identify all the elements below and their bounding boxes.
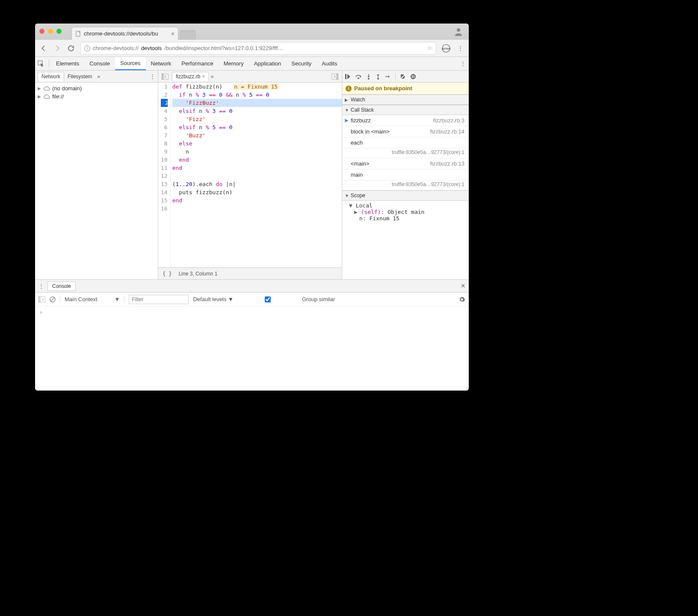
navigator-tabs: NetworkFilesystem » ⋮ bbox=[35, 71, 158, 83]
clear-console-icon[interactable] bbox=[50, 296, 56, 302]
debugger-toolbar bbox=[342, 71, 469, 83]
stack-frame[interactable]: main bbox=[342, 169, 469, 181]
console-filter-input[interactable] bbox=[129, 295, 189, 304]
editor-tab-bar: fizzbuzz.rb × » bbox=[158, 71, 342, 83]
stack-frame[interactable]: each bbox=[342, 137, 469, 148]
console-drawer: ⋮ Console × Main Context▼ Default levels… bbox=[35, 279, 469, 391]
devtools-tab-application[interactable]: Application bbox=[249, 57, 287, 70]
devtools-tab-network[interactable]: Network bbox=[146, 57, 177, 70]
bookmark-icon[interactable]: ☆ bbox=[427, 45, 432, 51]
code-area[interactable]: 12345678910111213141516 def fizzbuzz(n) … bbox=[158, 83, 342, 267]
tab-title: chrome-devtools://devtools/bu bbox=[84, 30, 169, 37]
drawer-menu-icon[interactable]: ⋮ bbox=[38, 283, 44, 289]
drawer-close-icon[interactable]: × bbox=[461, 281, 465, 290]
profile-button[interactable] bbox=[453, 27, 464, 37]
stack-frame-location: truffle:8350e5a…92773/(core):1 bbox=[342, 148, 469, 158]
svg-point-13 bbox=[411, 74, 416, 79]
pause-on-exceptions-icon[interactable] bbox=[410, 74, 416, 80]
back-button[interactable] bbox=[39, 44, 48, 53]
extension-icon[interactable]: BESTAPP bbox=[441, 44, 451, 53]
line-gutter[interactable]: 12345678910111213141516 bbox=[158, 83, 171, 267]
svg-point-10 bbox=[358, 77, 359, 79]
prompt-chevron-icon: › bbox=[39, 309, 43, 315]
devtools-tab-console[interactable]: Console bbox=[84, 57, 115, 70]
devtools-tab-security[interactable]: Security bbox=[286, 57, 316, 70]
devtools-menu-button[interactable]: ⋮ bbox=[457, 57, 469, 70]
maximize-window-button[interactable] bbox=[56, 29, 62, 34]
svg-rect-14 bbox=[412, 75, 413, 78]
stack-frame[interactable]: <main>fizzbuzz.rb:13 bbox=[342, 158, 469, 169]
debugger-pane: i Paused on breakpoint ▶Watch ▼Call Stac… bbox=[342, 71, 469, 279]
step-over-icon[interactable] bbox=[355, 74, 362, 80]
step-out-icon[interactable] bbox=[376, 74, 381, 80]
tab-close-icon[interactable]: × bbox=[171, 31, 174, 37]
watch-section-header[interactable]: ▶Watch bbox=[342, 95, 469, 105]
console-tab[interactable]: Console bbox=[47, 281, 76, 291]
svg-rect-6 bbox=[162, 74, 164, 80]
deactivate-breakpoints-icon[interactable] bbox=[400, 74, 406, 80]
console-sidebar-toggle-icon[interactable] bbox=[38, 296, 45, 302]
menu-button[interactable]: ⋮ bbox=[456, 44, 464, 53]
svg-rect-8 bbox=[336, 74, 338, 80]
editor-overflow-icon[interactable]: » bbox=[210, 73, 213, 80]
navigator-subtab-filesystem[interactable]: Filesystem bbox=[64, 72, 95, 81]
callstack-section-header[interactable]: ▼Call Stack bbox=[342, 105, 469, 115]
devtools-tab-elements[interactable]: Elements bbox=[51, 57, 84, 70]
svg-rect-15 bbox=[414, 75, 414, 78]
window-controls bbox=[39, 29, 62, 34]
file-tab[interactable]: fizzbuzz.rb × bbox=[172, 72, 209, 81]
navigator-subtab-network[interactable]: Network bbox=[38, 72, 64, 81]
group-similar-checkbox[interactable] bbox=[238, 296, 298, 302]
devtools-tab-performance[interactable]: Performance bbox=[176, 57, 218, 70]
call-stack-list: fizzbuzzfizzbuzz.rb:3block in <main>fizz… bbox=[342, 115, 469, 190]
url-path: /bundled/inspector.html?ws=127.0.0.1:922… bbox=[164, 45, 283, 51]
context-selector[interactable]: Main Context▼ bbox=[65, 296, 120, 302]
page-icon bbox=[75, 31, 81, 37]
stack-frame[interactable]: block in <main>fizzbuzz.rb:14 bbox=[342, 126, 469, 137]
log-levels-selector[interactable]: Default levels ▼ bbox=[193, 296, 234, 302]
toggle-navigator-icon[interactable] bbox=[160, 74, 170, 80]
info-icon: i bbox=[84, 45, 90, 51]
devtools-tab-memory[interactable]: Memory bbox=[219, 57, 249, 70]
step-into-icon[interactable] bbox=[366, 74, 371, 80]
devtools-tab-audits[interactable]: Audits bbox=[316, 57, 342, 70]
file-tab-close-icon[interactable]: × bbox=[202, 74, 205, 80]
console-prompt[interactable]: › bbox=[35, 306, 469, 318]
stack-frame[interactable]: fizzbuzzfizzbuzz.rb:3 bbox=[342, 115, 469, 126]
reload-button[interactable] bbox=[67, 44, 75, 53]
minimize-window-button[interactable] bbox=[48, 29, 53, 34]
new-tab-button[interactable] bbox=[180, 30, 195, 40]
svg-rect-9 bbox=[345, 74, 346, 79]
scope-n-row[interactable]: n: Fixnum 15 bbox=[349, 215, 464, 222]
devtools-tab-sources[interactable]: Sources bbox=[115, 57, 146, 70]
url-prefix: chrome-devtools:// bbox=[93, 45, 139, 51]
info-icon: i bbox=[346, 86, 352, 92]
editor-status-bar: { } Line 3, Column 1 bbox=[158, 267, 342, 279]
navigator-menu-icon[interactable]: ⋮ bbox=[150, 73, 155, 80]
code-editor: fizzbuzz.rb × » 12345678910111213141516 … bbox=[158, 71, 342, 279]
browser-tab[interactable]: chrome-devtools://devtools/bu × bbox=[71, 27, 178, 40]
address-bar[interactable]: i chrome-devtools://devtools/bundled/ins… bbox=[80, 42, 436, 55]
scope-self-row[interactable]: ▶ (self): Object main bbox=[349, 209, 464, 215]
console-toolbar: Main Context▼ Default levels ▼ Group sim… bbox=[35, 293, 469, 306]
inspect-element-icon[interactable] bbox=[35, 57, 47, 70]
source-text[interactable]: def fizzbuzz(n) n = Fixnum 15 if n % 3 =… bbox=[171, 83, 342, 267]
svg-text:BESTAPP: BESTAPP bbox=[442, 47, 450, 50]
forward-button[interactable] bbox=[53, 44, 62, 53]
console-tab-label: Console bbox=[52, 283, 71, 289]
toggle-debugger-icon[interactable] bbox=[330, 74, 340, 80]
close-window-button[interactable] bbox=[39, 29, 44, 34]
url-host: devtools bbox=[141, 45, 162, 51]
scope-local-header[interactable]: ▼ Local bbox=[349, 202, 464, 209]
overflow-icon[interactable]: » bbox=[97, 73, 100, 80]
step-icon[interactable] bbox=[385, 74, 391, 79]
scope-section-header[interactable]: ▼Scope bbox=[342, 190, 469, 201]
console-settings-icon[interactable] bbox=[458, 296, 465, 303]
scope-label: Scope bbox=[351, 192, 365, 198]
pretty-print-icon[interactable]: { } bbox=[163, 271, 172, 277]
svg-rect-17 bbox=[38, 296, 41, 302]
tree-item[interactable]: ▶(no domain) bbox=[38, 84, 155, 92]
resume-icon[interactable] bbox=[345, 74, 351, 80]
callstack-label: Call Stack bbox=[351, 107, 374, 113]
tree-item[interactable]: ▶file:// bbox=[38, 92, 155, 101]
